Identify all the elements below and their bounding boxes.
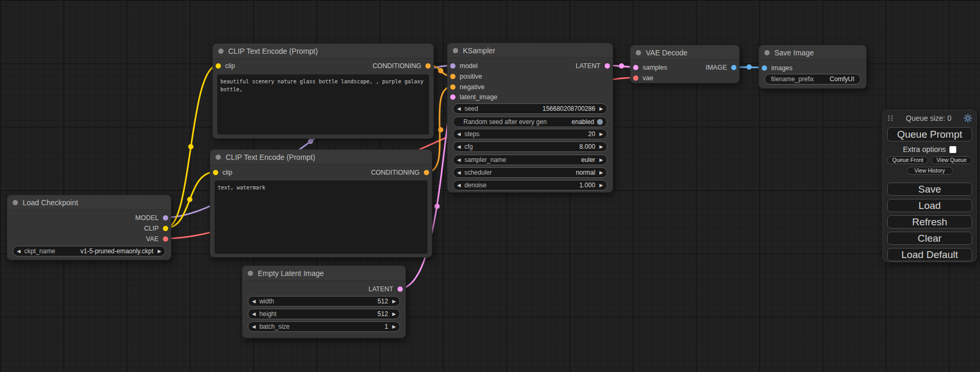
collapse-dot-icon[interactable] bbox=[248, 271, 253, 276]
drag-handle-icon[interactable] bbox=[887, 114, 894, 122]
node-title: CLIP Text Encode (Prompt) bbox=[228, 47, 318, 55]
collapse-dot-icon[interactable] bbox=[764, 50, 770, 55]
load-button[interactable]: Load bbox=[887, 199, 972, 212]
widget-label: ckpt_name bbox=[24, 247, 55, 255]
widget-label: steps bbox=[464, 130, 480, 138]
next-value-arrow-icon[interactable]: ▶ bbox=[599, 145, 603, 149]
collapse-dot-icon[interactable] bbox=[636, 50, 641, 55]
prev-value-arrow-icon[interactable]: ◀ bbox=[457, 183, 461, 188]
input-port-vae[interactable]: vae bbox=[633, 74, 653, 82]
widget-value: ComfyUI bbox=[830, 75, 855, 83]
widget-filename-prefix[interactable]: filename_prefix ComfyUI bbox=[764, 74, 861, 84]
next-value-arrow-icon[interactable]: ▶ bbox=[599, 170, 603, 175]
widget-sampler-name[interactable]: ◀ sampler_name euler ▶ bbox=[453, 155, 607, 165]
next-value-arrow-icon[interactable]: ▶ bbox=[599, 158, 603, 163]
next-value-arrow-icon[interactable]: ▶ bbox=[599, 132, 603, 137]
prev-value-arrow-icon[interactable]: ◀ bbox=[457, 107, 461, 111]
input-port-samples[interactable]: samples bbox=[633, 64, 667, 71]
node-header[interactable]: Empty Latent Image bbox=[242, 266, 405, 281]
output-port-latent[interactable]: LATENT bbox=[576, 62, 610, 70]
prev-value-arrow-icon[interactable]: ◀ bbox=[252, 325, 256, 329]
queue-front-button[interactable]: Queue Front bbox=[887, 156, 928, 164]
next-value-arrow-icon[interactable]: ▶ bbox=[599, 183, 603, 188]
widget-width[interactable]: ◀ width 512 ▶ bbox=[248, 296, 400, 307]
widget-batch-size[interactable]: ◀ batch_size 1 ▶ bbox=[248, 321, 400, 332]
output-port-conditioning[interactable]: CONDITIONING bbox=[371, 169, 430, 176]
node-ksampler[interactable]: KSampler model positive negative latent_… bbox=[447, 43, 613, 193]
node-header[interactable]: CLIP Text Encode (Prompt) bbox=[210, 150, 432, 165]
collapse-dot-icon[interactable] bbox=[216, 155, 221, 160]
next-value-arrow-icon[interactable]: ▶ bbox=[392, 299, 396, 304]
widget-cfg[interactable]: ◀ cfg 8.000 ▶ bbox=[453, 141, 607, 152]
save-button[interactable]: Save bbox=[887, 183, 972, 196]
next-value-arrow-icon[interactable]: ▶ bbox=[392, 312, 396, 317]
node-graph-canvas[interactable]: Load Checkpoint MODEL CLIP VAE ◀ ckpt_na… bbox=[0, 0, 980, 372]
settings-gear-icon[interactable] bbox=[964, 114, 972, 122]
prev-value-arrow-icon[interactable]: ◀ bbox=[457, 158, 461, 163]
prev-value-arrow-icon[interactable]: ◀ bbox=[17, 249, 21, 254]
input-port-images[interactable]: images bbox=[761, 64, 792, 72]
widget-scheduler[interactable]: ◀ scheduler normal ▶ bbox=[453, 167, 607, 178]
load-default-button[interactable]: Load Default bbox=[887, 248, 972, 261]
node-header[interactable]: Load Checkpoint bbox=[7, 195, 171, 210]
node-clip-text-encode-negative[interactable]: CLIP Text Encode (Prompt) clip CONDITION… bbox=[210, 149, 432, 257]
clip-port-icon bbox=[215, 63, 221, 69]
widget-height[interactable]: ◀ height 512 ▶ bbox=[248, 309, 400, 319]
node-clip-text-encode-positive[interactable]: CLIP Text Encode (Prompt) clip CONDITION… bbox=[212, 43, 434, 139]
prev-value-arrow-icon[interactable]: ◀ bbox=[252, 312, 256, 317]
node-header[interactable]: CLIP Text Encode (Prompt) bbox=[213, 44, 433, 59]
output-port-latent[interactable]: LATENT bbox=[368, 285, 403, 293]
input-port-clip[interactable]: clip bbox=[212, 169, 232, 176]
collapse-dot-icon[interactable] bbox=[13, 200, 18, 205]
port-label: negative bbox=[460, 83, 484, 91]
queue-panel: Queue size: 0 Queue Prompt Extra options… bbox=[882, 110, 977, 262]
next-value-arrow-icon[interactable]: ▶ bbox=[392, 325, 396, 329]
widget-ckpt-name[interactable]: ◀ ckpt_name v1-5-pruned-emaonly.ckpt ▶ bbox=[13, 246, 166, 256]
widget-label: Random seed after every gen bbox=[463, 118, 547, 126]
clear-button[interactable]: Clear bbox=[887, 232, 972, 245]
node-empty-latent-image[interactable]: Empty Latent Image LATENT ◀ width 512 ▶ … bbox=[242, 265, 406, 338]
input-port-model[interactable]: model bbox=[450, 62, 478, 70]
node-vae-decode[interactable]: VAE Decode samples vae IMAGE bbox=[630, 45, 740, 83]
node-load-checkpoint[interactable]: Load Checkpoint MODEL CLIP VAE ◀ ckpt_na… bbox=[7, 195, 171, 260]
queue-prompt-button[interactable]: Queue Prompt bbox=[887, 127, 972, 141]
input-port-negative[interactable]: negative bbox=[450, 83, 484, 91]
collapse-dot-icon[interactable] bbox=[453, 48, 458, 53]
widget-seed[interactable]: ◀ seed 156680208700286 ▶ bbox=[453, 103, 607, 114]
output-port-clip[interactable]: CLIP bbox=[144, 225, 169, 232]
output-port-image[interactable]: IMAGE bbox=[706, 64, 737, 71]
output-port-model[interactable]: MODEL bbox=[135, 214, 169, 222]
widget-label: seed bbox=[464, 105, 478, 112]
positive-prompt-textarea[interactable]: beautiful scenery nature glass bottle la… bbox=[217, 74, 429, 135]
input-port-positive[interactable]: positive bbox=[450, 73, 482, 80]
widget-label: sampler_name bbox=[464, 156, 506, 164]
node-header[interactable]: KSampler bbox=[448, 43, 613, 58]
conditioning-port-icon bbox=[425, 63, 431, 69]
node-header[interactable]: VAE Decode bbox=[630, 45, 739, 60]
next-value-arrow-icon[interactable]: ▶ bbox=[599, 107, 603, 111]
prev-value-arrow-icon[interactable]: ◀ bbox=[252, 299, 256, 304]
widget-label: cfg bbox=[464, 143, 473, 150]
widget-steps[interactable]: ◀ steps 20 ▶ bbox=[453, 129, 607, 139]
refresh-button[interactable]: Refresh bbox=[887, 215, 972, 228]
widget-random-seed-toggle[interactable]: Random seed after every gen enabled bbox=[453, 117, 607, 127]
input-port-clip[interactable]: clip bbox=[215, 62, 235, 70]
view-history-button[interactable]: View History bbox=[907, 167, 953, 175]
prev-value-arrow-icon[interactable]: ◀ bbox=[457, 132, 461, 137]
widget-denoise[interactable]: ◀ denoise 1.000 ▶ bbox=[453, 180, 607, 190]
node-title: KSampler bbox=[463, 46, 495, 55]
next-value-arrow-icon[interactable]: ▶ bbox=[158, 249, 161, 254]
extra-options-checkbox[interactable] bbox=[949, 146, 956, 153]
prev-value-arrow-icon[interactable]: ◀ bbox=[457, 170, 461, 175]
node-header[interactable]: Save Image bbox=[759, 45, 866, 60]
node-save-image[interactable]: Save Image images filename_prefix ComfyU… bbox=[759, 45, 867, 89]
collapse-dot-icon[interactable] bbox=[218, 49, 224, 54]
output-port-vae[interactable]: VAE bbox=[146, 235, 169, 243]
output-port-conditioning[interactable]: CONDITIONING bbox=[373, 62, 431, 70]
negative-prompt-textarea[interactable]: text, watermark bbox=[215, 180, 428, 254]
view-queue-button[interactable]: View Queue bbox=[931, 156, 972, 164]
port-label: latent_image bbox=[460, 93, 498, 101]
input-port-latent-image[interactable]: latent_image bbox=[450, 93, 498, 101]
prev-value-arrow-icon[interactable]: ◀ bbox=[457, 145, 461, 149]
toggle-circle-icon[interactable] bbox=[597, 119, 603, 125]
